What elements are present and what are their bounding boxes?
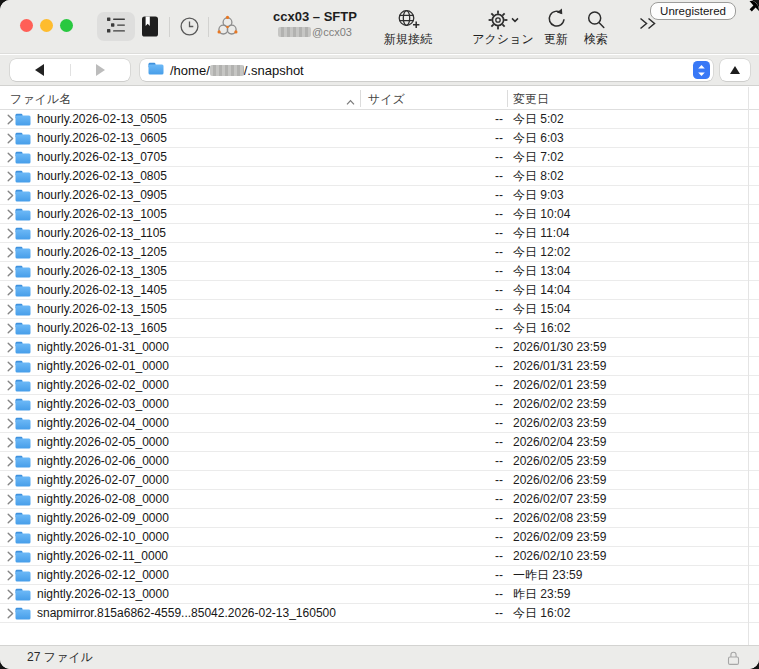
column-divider[interactable] xyxy=(360,90,361,107)
file-size: -- xyxy=(362,321,503,335)
file-list: hourly.2026-02-13_0505 -- 今日 5:02 hourly… xyxy=(0,110,759,645)
file-row[interactable]: hourly.2026-02-13_0705 -- 今日 7:02 xyxy=(0,148,759,167)
file-row[interactable]: hourly.2026-02-13_0905 -- 今日 9:03 xyxy=(0,186,759,205)
file-row[interactable]: snapmirror.815a6862-4559...85042.2026-02… xyxy=(0,604,759,623)
disclosure-chevron-icon[interactable] xyxy=(0,285,14,296)
folder-icon xyxy=(15,360,31,373)
column-divider[interactable] xyxy=(507,90,508,107)
forward-button[interactable] xyxy=(71,59,131,81)
file-row[interactable]: nightly.2026-02-03_0000 -- 2026/02/02 23… xyxy=(0,395,759,414)
file-row[interactable]: nightly.2026-02-08_0000 -- 2026/02/07 23… xyxy=(0,490,759,509)
minimize-window-button[interactable] xyxy=(40,19,53,32)
bookmarks-button[interactable] xyxy=(141,15,159,42)
disclosure-chevron-icon[interactable] xyxy=(0,589,14,600)
disclosure-chevron-icon[interactable] xyxy=(0,342,14,353)
folder-icon xyxy=(15,113,31,126)
path-dropdown[interactable]: /home//.snapshot xyxy=(140,59,713,81)
current-path: /home//.snapshot xyxy=(170,63,304,78)
disclosure-chevron-icon[interactable] xyxy=(0,361,14,372)
disclosure-chevron-icon[interactable] xyxy=(0,399,14,410)
disclosure-chevron-icon[interactable] xyxy=(0,171,14,182)
file-size: -- xyxy=(362,302,503,316)
disclosure-chevron-icon[interactable] xyxy=(0,513,14,524)
close-window-button[interactable] xyxy=(20,19,33,32)
disclosure-chevron-icon[interactable] xyxy=(0,570,14,581)
action-button[interactable]: アクション xyxy=(466,7,540,46)
disclosure-chevron-icon[interactable] xyxy=(0,456,14,467)
file-name: nightly.2026-02-10_0000 xyxy=(37,530,169,544)
file-row[interactable]: hourly.2026-02-13_1205 -- 今日 12:02 xyxy=(0,243,759,262)
file-date: 2026/02/01 23:59 xyxy=(513,378,606,392)
disclosure-chevron-icon[interactable] xyxy=(0,494,14,505)
file-name: nightly.2026-02-02_0000 xyxy=(37,378,169,392)
file-row[interactable]: hourly.2026-02-13_0605 -- 今日 6:03 xyxy=(0,129,759,148)
disclosure-chevron-icon[interactable] xyxy=(0,304,14,315)
disclosure-chevron-icon[interactable] xyxy=(0,228,14,239)
history-button[interactable] xyxy=(178,15,201,42)
file-row[interactable]: nightly.2026-01-31_0000 -- 2026/01/30 23… xyxy=(0,338,759,357)
disclosure-chevron-icon[interactable] xyxy=(0,209,14,220)
column-header-size[interactable]: サイズ xyxy=(368,91,405,107)
file-row[interactable]: nightly.2026-02-01_0000 -- 2026/01/31 23… xyxy=(0,357,759,376)
disclosure-chevron-icon[interactable] xyxy=(0,133,14,144)
new-connection-button[interactable]: 新規接続 xyxy=(378,7,438,46)
disclosure-chevron-icon[interactable] xyxy=(0,114,14,125)
disclosure-chevron-icon[interactable] xyxy=(0,608,14,619)
back-button[interactable] xyxy=(10,59,70,81)
file-size: -- xyxy=(362,378,503,392)
file-row[interactable]: nightly.2026-02-11_0000 -- 2026/02/10 23… xyxy=(0,547,759,566)
folder-icon xyxy=(15,132,31,145)
file-row[interactable]: nightly.2026-02-04_0000 -- 2026/02/03 23… xyxy=(0,414,759,433)
column-header-filename[interactable]: ファイル名 xyxy=(10,91,71,107)
folder-icon xyxy=(15,303,31,316)
file-row[interactable]: nightly.2026-02-02_0000 -- 2026/02/01 23… xyxy=(0,376,759,395)
disclosure-chevron-icon[interactable] xyxy=(0,551,14,562)
disclosure-chevron-icon[interactable] xyxy=(0,266,14,277)
disclosure-chevron-icon[interactable] xyxy=(0,323,14,334)
file-row[interactable]: nightly.2026-02-09_0000 -- 2026/02/08 23… xyxy=(0,509,759,528)
file-row[interactable]: hourly.2026-02-13_1105 -- 今日 11:04 xyxy=(0,224,759,243)
outline-view-button[interactable] xyxy=(97,12,135,41)
file-date: 2026/02/06 23:59 xyxy=(513,473,606,487)
path-prefix: /home/ xyxy=(170,63,210,78)
file-size: -- xyxy=(362,131,503,145)
disclosure-chevron-icon[interactable] xyxy=(0,437,14,448)
disclosure-chevron-icon[interactable] xyxy=(0,418,14,429)
double-chevron-icon xyxy=(638,17,657,34)
file-row[interactable]: hourly.2026-02-13_1405 -- 今日 14:04 xyxy=(0,281,759,300)
disclosure-chevron-icon[interactable] xyxy=(0,247,14,258)
file-size: -- xyxy=(362,226,503,240)
file-date: 今日 5:02 xyxy=(513,111,564,128)
zoom-window-button[interactable] xyxy=(60,19,73,32)
file-row[interactable]: nightly.2026-02-06_0000 -- 2026/02/05 23… xyxy=(0,452,759,471)
disclosure-chevron-icon[interactable] xyxy=(0,532,14,543)
file-date: 2026/02/04 23:59 xyxy=(513,435,606,449)
file-row[interactable]: hourly.2026-02-13_1305 -- 今日 13:04 xyxy=(0,262,759,281)
file-name: nightly.2026-02-13_0000 xyxy=(37,587,169,601)
file-row[interactable]: hourly.2026-02-13_1605 -- 今日 16:02 xyxy=(0,319,759,338)
go-to-parent-button[interactable] xyxy=(720,59,750,81)
file-row[interactable]: hourly.2026-02-13_0505 -- 今日 5:02 xyxy=(0,110,759,129)
folder-icon xyxy=(15,284,31,297)
column-header-modified[interactable]: 変更日 xyxy=(513,91,549,107)
file-row[interactable]: hourly.2026-02-13_1505 -- 今日 15:04 xyxy=(0,300,759,319)
disclosure-chevron-icon[interactable] xyxy=(0,190,14,201)
disclosure-chevron-icon[interactable] xyxy=(0,475,14,486)
file-row[interactable]: nightly.2026-02-10_0000 -- 2026/02/09 23… xyxy=(0,528,759,547)
file-name: hourly.2026-02-13_0805 xyxy=(37,169,167,183)
bonjour-button[interactable] xyxy=(215,14,240,43)
file-name: hourly.2026-02-13_0505 xyxy=(37,112,167,126)
title-bar: ccx03 – SFTP @ccx03 新規接続 xyxy=(0,0,759,54)
globe-plus-icon xyxy=(396,7,421,31)
disclosure-chevron-icon[interactable] xyxy=(0,380,14,391)
file-row[interactable]: hourly.2026-02-13_1005 -- 今日 10:04 xyxy=(0,205,759,224)
file-row[interactable]: nightly.2026-02-13_0000 -- 昨日 23:59 xyxy=(0,585,759,604)
disclosure-chevron-icon[interactable] xyxy=(0,152,14,163)
file-row[interactable]: nightly.2026-02-05_0000 -- 2026/02/04 23… xyxy=(0,433,759,452)
file-row[interactable]: hourly.2026-02-13_0805 -- 今日 8:02 xyxy=(0,167,759,186)
path-stepper-control[interactable] xyxy=(693,61,710,79)
outline-view-icon xyxy=(106,16,126,38)
search-button[interactable]: 検索 xyxy=(571,7,621,46)
file-row[interactable]: nightly.2026-02-12_0000 -- 一昨日 23:59 xyxy=(0,566,759,585)
file-row[interactable]: nightly.2026-02-07_0000 -- 2026/02/06 23… xyxy=(0,471,759,490)
